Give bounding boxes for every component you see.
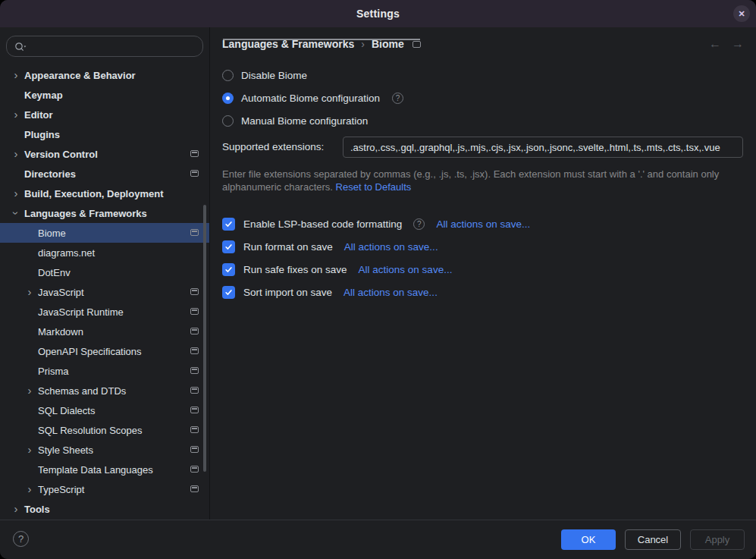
sidebar-item-markdown[interactable]: Markdown [0, 322, 209, 341]
help-button[interactable]: ? [13, 531, 29, 547]
chevron-right-icon[interactable]: › [24, 385, 35, 396]
chevron-right-icon[interactable]: › [11, 188, 21, 199]
cancel-button[interactable]: Cancel [625, 529, 681, 550]
chevron-right-icon[interactable]: › [11, 504, 21, 514]
radio-manual-biome-configuration[interactable]: Manual Biome configuration [222, 109, 403, 132]
radio-unselected-icon[interactable] [222, 115, 234, 127]
chevron-right-icon[interactable]: › [11, 70, 21, 80]
chevron-right-icon[interactable]: › [11, 109, 21, 120]
checkbox-label: Sort import on save [243, 287, 332, 298]
project-settings-icon [190, 466, 199, 473]
sidebar-item-editor[interactable]: ›Editor [0, 105, 209, 124]
all-actions-on-save-link[interactable]: All actions on save... [359, 264, 453, 275]
checkbox-row-sort-import-on-save: Sort import on saveAll actions on save..… [222, 281, 530, 303]
sidebar-item-label: Schemas and DTDs [38, 385, 126, 397]
project-settings-icon [190, 288, 199, 295]
settings-dialog: Settings ✕ ›Appearance & BehaviorKeymap›… [0, 0, 756, 559]
sidebar-item-template-data-languages[interactable]: Template Data Languages [0, 460, 209, 479]
apply-button: Apply [690, 529, 745, 550]
radio-disable-biome[interactable]: Disable Biome [222, 64, 403, 86]
radio-selected-icon[interactable] [222, 93, 234, 104]
sidebar-item-style-sheets[interactable]: ›Style Sheets [0, 440, 209, 460]
forward-icon[interactable]: → [732, 37, 744, 51]
sidebar-item-label: Biome [38, 228, 66, 239]
sidebar-scrollbar[interactable] [203, 205, 206, 472]
sidebar-item-sql-dialects[interactable]: SQL Dialects [0, 400, 209, 420]
sidebar-item-biome[interactable]: Biome [0, 223, 209, 243]
dialog-title: Settings [356, 8, 400, 20]
help-icon: ? [18, 533, 24, 545]
sidebar-item-javascript-runtime[interactable]: JavaScript Runtime [0, 302, 209, 322]
sidebar-item-javascript[interactable]: ›JavaScript [0, 282, 209, 302]
chevron-right-icon[interactable]: › [24, 484, 35, 495]
project-settings-icon [190, 170, 199, 177]
checkbox-label: Enable LSP-based code formatting [243, 218, 402, 230]
close-icon: ✕ [738, 9, 745, 19]
sidebar-item-typescript[interactable]: ›TypeScript [0, 479, 209, 499]
sidebar-item-dotenv[interactable]: DotEnv [0, 262, 209, 282]
all-actions-on-save-link[interactable]: All actions on save... [436, 218, 530, 230]
sidebar-item-openapi-specifications[interactable]: OpenAPI Specifications [0, 341, 209, 361]
chevron-right-icon[interactable]: › [11, 149, 21, 159]
checkbox-checked-icon[interactable] [222, 263, 235, 276]
close-button[interactable]: ✕ [733, 5, 750, 22]
supported-extensions-input[interactable] [343, 137, 743, 158]
sidebar-item-label: Plugins [24, 129, 60, 140]
sidebar-item-schemas-and-dtds[interactable]: ›Schemas and DTDs [0, 381, 209, 400]
sidebar-item-directories[interactable]: Directories [0, 164, 209, 184]
sidebar-item-version-control[interactable]: ›Version Control [0, 144, 209, 164]
project-settings-icon [190, 367, 199, 374]
sidebar-item-tools[interactable]: ›Tools [0, 499, 209, 519]
sidebar-item-languages-frameworks[interactable]: ›Languages & Frameworks [0, 203, 209, 223]
sidebar-item-appearance-behavior[interactable]: ›Appearance & Behavior [0, 65, 209, 85]
sidebar-item-label: Prisma [38, 366, 68, 377]
chevron-right-icon[interactable]: › [24, 287, 35, 297]
reset-to-defaults-link[interactable]: Reset to Defaults [336, 181, 412, 193]
checkbox-checked-icon[interactable] [222, 240, 235, 253]
sidebar-item-label: Keymap [24, 90, 63, 101]
sidebar-item-sql-resolution-scopes[interactable]: SQL Resolution Scopes [0, 420, 209, 440]
chevron-right-icon[interactable]: › [24, 444, 35, 455]
checkbox-row-run-safe-fixes-on-save: Run safe fixes on saveAll actions on sav… [222, 258, 530, 281]
radio-automatic-biome-configuration[interactable]: Automatic Biome configuration? [222, 86, 403, 109]
radio-group: Disable BiomeAutomatic Biome configurati… [222, 64, 403, 132]
chevron-down-icon[interactable]: › [11, 208, 21, 218]
sidebar-item-diagrams-net[interactable]: diagrams.net [0, 243, 209, 262]
sidebar-item-label: Template Data Languages [38, 464, 153, 476]
search-input[interactable] [31, 40, 196, 53]
project-settings-icon [190, 485, 199, 492]
sidebar-item-label: Directories [24, 168, 76, 180]
checkbox-row-run-format-on-save: Run format on saveAll actions on save... [222, 235, 530, 258]
sidebar-item-keymap[interactable]: Keymap [0, 85, 209, 105]
sidebar-item-label: JavaScript [38, 287, 84, 298]
sidebar-item-label: Build, Execution, Deployment [24, 188, 163, 199]
project-settings-icon [190, 387, 199, 394]
sidebar-item-label: diagrams.net [38, 247, 95, 259]
back-icon[interactable]: ← [709, 37, 721, 51]
all-actions-on-save-link[interactable]: All actions on save... [343, 287, 438, 298]
project-settings-icon [190, 229, 199, 236]
extensions-hint: Enter file extensions separated by comma… [222, 168, 753, 193]
settings-content: Languages & Frameworks › Biome ← → Disab… [210, 27, 756, 520]
sidebar-item-build-execution-deployment[interactable]: ›Build, Execution, Deployment [0, 184, 209, 203]
supported-extensions-row: Supported extensions: [222, 137, 743, 158]
radio-label: Disable Biome [241, 70, 307, 81]
dialog-footer: ? OK Cancel Apply [0, 520, 756, 559]
settings-tree: ›Appearance & BehaviorKeymap›EditorPlugi… [0, 65, 209, 520]
all-actions-on-save-link[interactable]: All actions on save... [344, 241, 438, 253]
sidebar-item-plugins[interactable]: Plugins [0, 124, 209, 144]
checkbox-checked-icon[interactable] [222, 218, 235, 231]
search-box[interactable] [6, 36, 203, 57]
help-icon[interactable]: ? [392, 93, 403, 104]
sidebar-item-label: Languages & Frameworks [24, 208, 147, 219]
sidebar-item-prisma[interactable]: Prisma [0, 361, 209, 381]
sidebar-item-label: JavaScript Runtime [38, 306, 124, 318]
ok-button[interactable]: OK [561, 529, 616, 550]
checkbox-checked-icon[interactable] [222, 286, 235, 299]
sidebar-item-label: Version Control [24, 149, 98, 160]
sidebar-item-label: Editor [24, 109, 53, 121]
radio-unselected-icon[interactable] [222, 70, 234, 81]
project-settings-icon [190, 426, 199, 433]
help-icon[interactable]: ? [413, 218, 425, 230]
radio-label: Automatic Biome configuration [241, 93, 380, 104]
